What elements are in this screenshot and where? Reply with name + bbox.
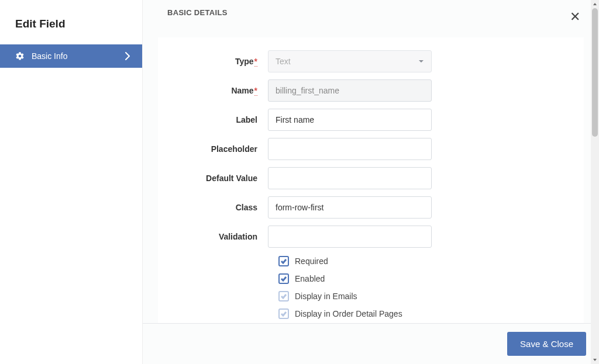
label-type: Type* xyxy=(168,57,268,66)
gear-icon xyxy=(15,51,25,61)
close-icon: ✕ xyxy=(570,9,580,24)
checkbox-display-emails: Display in Emails xyxy=(278,291,573,301)
label-input[interactable] xyxy=(268,109,432,131)
placeholder-input[interactable] xyxy=(268,138,432,160)
label-label: Label xyxy=(168,115,268,124)
form-area: Type* Text Name* xyxy=(143,32,599,323)
checkbox-icon xyxy=(278,291,289,301)
scrollbar-thumb[interactable] xyxy=(592,8,598,137)
label-class: Class xyxy=(168,203,268,212)
page-scrollbar[interactable] xyxy=(591,0,599,364)
sidebar-item-label: Basic Info xyxy=(32,51,67,61)
section-title: BASIC DETAILS xyxy=(167,8,228,17)
footer-bar: Save & Close xyxy=(143,323,599,364)
validation-input[interactable] xyxy=(268,226,432,248)
sidebar-item-basic-info[interactable]: Basic Info xyxy=(0,44,142,68)
checkbox-label: Required xyxy=(295,256,328,266)
scroll-down-icon xyxy=(591,356,599,364)
scroll-up-icon xyxy=(591,0,599,8)
type-select[interactable]: Text xyxy=(268,50,432,72)
checkbox-label: Enabled xyxy=(295,274,325,283)
label-default-value: Default Value xyxy=(168,174,268,183)
label-name: Name* xyxy=(168,86,268,95)
default-value-input[interactable] xyxy=(268,167,432,189)
checkbox-icon xyxy=(278,273,289,284)
save-close-button[interactable]: Save & Close xyxy=(507,332,586,356)
main-panel: BASIC DETAILS ✕ Type* Text xyxy=(142,0,599,364)
name-input[interactable] xyxy=(268,79,432,102)
checkbox-enabled[interactable]: Enabled xyxy=(278,273,573,284)
required-indicator: * xyxy=(254,86,257,96)
checkbox-label: Display in Emails xyxy=(295,292,357,301)
close-button[interactable]: ✕ xyxy=(567,8,583,26)
label-placeholder: Placeholder xyxy=(168,144,268,154)
chevron-right-icon xyxy=(125,52,130,60)
page-title: Edit Field xyxy=(0,0,142,44)
required-indicator: * xyxy=(254,57,257,67)
checkbox-icon xyxy=(278,256,289,266)
checkbox-display-order-pages: Display in Order Detail Pages xyxy=(278,308,573,319)
checkbox-label: Display in Order Detail Pages xyxy=(295,309,402,318)
checkbox-required[interactable]: Required xyxy=(278,256,573,266)
sidebar: Edit Field Basic Info xyxy=(0,0,142,364)
label-validation: Validation xyxy=(168,232,268,241)
form-panel: Type* Text Name* xyxy=(158,37,584,323)
checkbox-icon xyxy=(278,308,289,319)
checkbox-group: Required Enabled Display in Emails Displ… xyxy=(168,256,573,319)
class-input[interactable] xyxy=(268,196,432,219)
